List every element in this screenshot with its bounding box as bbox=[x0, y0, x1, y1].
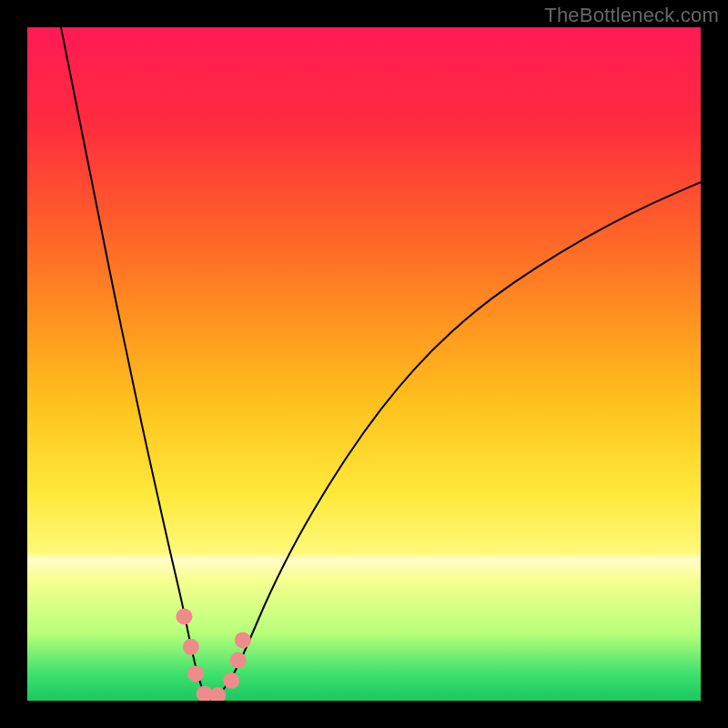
marker-left-2 bbox=[183, 639, 199, 655]
chart-frame: TheBottleneck.com bbox=[0, 0, 728, 728]
bottleneck-chart bbox=[27, 27, 701, 701]
watermark-text: TheBottleneck.com bbox=[544, 4, 719, 27]
marker-right-1 bbox=[223, 672, 239, 689]
marker-left-1 bbox=[176, 609, 192, 625]
marker-right-2 bbox=[230, 652, 247, 669]
marker-left-3 bbox=[187, 665, 204, 682]
marker-right-3 bbox=[235, 632, 251, 648]
